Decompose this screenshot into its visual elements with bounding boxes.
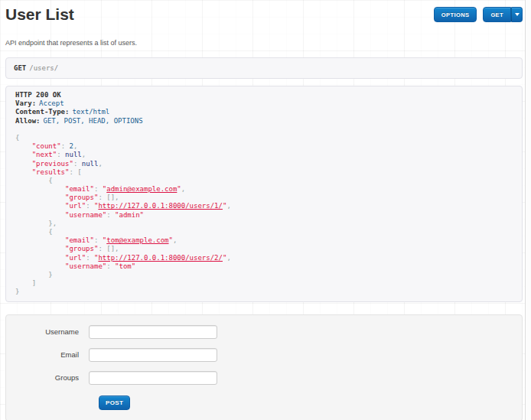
json-token-pun: : <box>98 245 106 252</box>
main-content: User List OPTIONS GET API endpoint that … <box>5 0 523 420</box>
create-user-form: Username Email Groups POST <box>5 314 523 420</box>
code-line: "count": 2, <box>15 142 513 151</box>
json-response-body: { "count": 2, "next": null, "previous": … <box>15 134 513 297</box>
json-token-pun: : <box>94 185 103 193</box>
json-token-str: "username" <box>65 211 106 219</box>
email-input[interactable] <box>89 348 217 362</box>
code-line: "groups": [], <box>15 245 513 253</box>
json-token-pun: { <box>48 177 52 184</box>
json-token-pun: , <box>115 245 119 252</box>
json-token-pun: , <box>173 236 177 244</box>
code-line: } <box>15 288 513 296</box>
json-token-kwd: null <box>82 160 99 168</box>
json-token-pun: [] <box>106 194 115 201</box>
code-line: { <box>15 134 513 142</box>
json-token-str: "previous" <box>32 160 73 168</box>
request-method: GET <box>14 64 26 72</box>
json-token-str: "email" <box>65 185 94 193</box>
json-token-str: " <box>132 262 135 270</box>
request-path: /users/ <box>29 64 58 72</box>
json-token-pun: : <box>86 254 94 262</box>
code-line: { <box>15 177 513 185</box>
json-token-pun: : <box>86 202 94 210</box>
json-token-pun: , <box>115 194 119 201</box>
json-token-pun: : <box>98 194 106 201</box>
groups-input[interactable] <box>89 371 217 385</box>
json-token-pun: : <box>106 211 115 219</box>
code-line: "url": "http://127.0.0.1:8000/users/2/", <box>15 254 513 262</box>
json-token-pun: , <box>53 220 57 227</box>
request-line: GET/users/ <box>5 57 523 79</box>
get-button[interactable]: GET <box>483 7 511 22</box>
response-panel: HTTP 200 OK Vary:Accept Content-Type:tex… <box>5 86 523 302</box>
json-token-pun: , <box>226 254 230 262</box>
code-line: { <box>15 228 513 236</box>
json-token-pun: } <box>15 288 19 295</box>
json-token-str: "results" <box>32 168 70 176</box>
response-status-line: HTTP 200 OK <box>15 91 513 99</box>
form-row-groups: Groups <box>6 371 522 385</box>
form-row-username: Username <box>6 325 522 339</box>
get-dropdown-button[interactable] <box>511 7 523 22</box>
json-token-str: "groups" <box>65 194 98 201</box>
code-line: "email": "tom@example.com", <box>15 236 513 245</box>
json-token-str: "count" <box>32 142 61 150</box>
json-token-pun: : <box>61 142 70 150</box>
post-button[interactable]: POST <box>99 396 130 410</box>
response-header-vary: Vary:Accept <box>15 99 513 108</box>
json-token-str: "groups" <box>65 245 98 252</box>
request-toolbar: OPTIONS GET <box>434 5 523 22</box>
json-token-pun: : <box>73 160 82 168</box>
json-token-pun: : <box>57 151 65 158</box>
code-line: "previous": null, <box>15 160 513 168</box>
json-token-pun: , <box>226 202 230 210</box>
vertical-scrollbar[interactable] <box>525 0 531 420</box>
code-line: ] <box>15 279 513 288</box>
json-token-pun: [ <box>77 168 81 176</box>
username-label: Username <box>6 325 89 339</box>
username-input[interactable] <box>89 325 217 339</box>
json-token-pun: , <box>181 185 185 193</box>
blank-line <box>15 125 513 134</box>
json-token-str: "email" <box>65 236 94 244</box>
email-label: Email <box>6 348 89 362</box>
code-line: "results": [ <box>15 168 513 177</box>
json-token-pun: ] <box>32 279 36 287</box>
json-token-pun: , <box>98 160 102 168</box>
json-token-str: admin <box>119 211 139 219</box>
form-actions: POST <box>6 394 522 410</box>
json-link[interactable]: tom@example.com <box>106 236 168 244</box>
response-header-allow: Allow:GET, POST, HEAD, OPTIONS <box>15 117 513 125</box>
json-token-pun: : <box>94 236 103 244</box>
json-token-str: tom <box>119 262 131 270</box>
json-link[interactable]: http://127.0.0.1:8000/users/2/ <box>98 254 223 262</box>
json-link[interactable]: admin@example.com <box>106 185 177 193</box>
chevron-down-icon <box>515 13 520 16</box>
json-token-pun: , <box>73 142 77 150</box>
code-line: "groups": [], <box>15 194 513 202</box>
json-token-str: "url" <box>65 202 86 210</box>
code-line: "email": "admin@example.com", <box>15 185 513 194</box>
json-token-str: "url" <box>65 254 86 262</box>
json-token-pun: { <box>48 228 52 236</box>
json-token-str: "username" <box>65 262 106 270</box>
page-title: User List <box>5 5 74 24</box>
json-token-pun: , <box>82 151 86 158</box>
json-token-pun: : <box>106 262 115 270</box>
json-token-pun: { <box>15 134 19 142</box>
code-line: "username": "admin" <box>15 211 513 220</box>
json-token-kwd: null <box>65 151 82 158</box>
page-description: API endpoint that represents a list of u… <box>5 39 523 47</box>
form-row-email: Email <box>6 348 522 362</box>
code-line: } <box>15 271 513 279</box>
options-button[interactable]: OPTIONS <box>434 7 477 22</box>
code-line: "username": "tom" <box>15 262 513 271</box>
code-line: }, <box>15 220 513 228</box>
groups-label: Groups <box>6 371 89 385</box>
get-split-button: GET <box>483 7 523 22</box>
json-link[interactable]: http://127.0.0.1:8000/users/1/ <box>98 202 223 210</box>
code-line: "next": null, <box>15 151 513 159</box>
json-token-str: " <box>140 211 144 219</box>
code-line: "url": "http://127.0.0.1:8000/users/1/", <box>15 202 513 210</box>
json-token-pun: [] <box>106 245 115 252</box>
